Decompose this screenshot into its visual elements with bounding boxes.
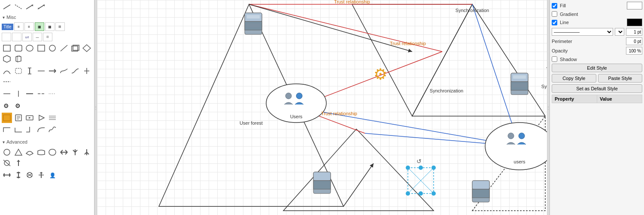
shape-hline[interactable] [24,89,35,99]
shape-vline[interactable] [13,89,24,99]
adv-shape-8[interactable] [82,147,92,157]
line-style-select[interactable]: —————— - - - - - · · · · · [552,28,613,36]
shape-bracket[interactable] [13,66,24,76]
shape-circle[interactable] [47,43,58,53]
svg-point-114 [286,93,292,99]
shape-arrow3[interactable] [24,2,35,12]
shape-wave[interactable] [47,125,58,135]
list-cell-5[interactable]: ▦ [55,22,65,31]
shape-lines[interactable] [47,113,58,123]
extra-cell-5[interactable]: ⊞ [43,33,52,41]
paste-style-button[interactable]: Paste Style [598,74,643,83]
extra-cell-4[interactable]: — [33,33,42,41]
svg-marker-15 [83,45,91,52]
shape-more[interactable] [47,66,58,76]
shape-dash[interactable] [36,66,46,76]
list-cell-4[interactable]: ▦ [45,22,55,31]
shape-t[interactable] [82,66,92,76]
adv-shape-6[interactable] [59,147,69,157]
adv-shape-10[interactable] [13,158,24,168]
shape-rrect[interactable] [13,43,24,53]
shape-diamond[interactable] [82,43,92,53]
misc-section-header[interactable]: Misc [0,13,94,22]
svg-point-127 [431,166,436,170]
copy-style-button[interactable]: Copy Style [552,74,596,83]
svg-point-125 [406,166,410,170]
gradient-checkbox[interactable] [552,11,557,17]
fill-checkbox[interactable] [552,3,557,9]
shape-corner2[interactable] [13,125,24,135]
adv2-shape-2[interactable] [13,170,24,180]
svg-rect-21 [15,68,21,74]
perimeter-row: Perimeter [552,37,642,45]
line-label: Line [560,20,586,25]
shape-square[interactable] [2,43,12,53]
shape-arc[interactable] [2,66,12,76]
shape-rect3[interactable] [70,43,80,53]
shape-hdash[interactable] [2,77,12,87]
line-checkbox[interactable] [552,20,557,25]
list-cell-3[interactable]: ▦ [35,22,44,31]
adv-shape-1[interactable] [2,147,12,157]
shape-arrow2[interactable] [13,2,24,12]
shape-rect2[interactable] [36,43,46,53]
adv-shape-4[interactable] [36,147,46,157]
edit-style-button[interactable]: Edit Style [552,64,642,72]
shape-dash3[interactable] [47,89,58,99]
shape-z[interactable] [70,66,80,76]
shape-line2[interactable] [59,43,69,53]
advanced-section-header[interactable]: Advanced [0,138,94,146]
line-shapes [0,65,94,88]
line-color-swatch[interactable] [627,18,642,26]
shape-img[interactable] [2,113,12,123]
shape-media[interactable] [24,113,35,123]
canvas[interactable]: Users ⚙ users [97,0,547,215]
set-default-button[interactable]: Set as Default Style [552,84,642,93]
line-arrow-select[interactable]: ▾ [615,28,624,36]
adv2-shape-3[interactable] [24,170,35,180]
shape-pipe[interactable] [24,66,35,76]
shape-corner1[interactable] [2,125,12,135]
shape-3d[interactable] [13,54,24,64]
extra-cell-3[interactable]: url [22,33,32,41]
adv-shape-9[interactable] [2,158,12,168]
line-width-input[interactable] [626,28,642,36]
adv-shape-3[interactable] [24,147,35,157]
shape-arrow1[interactable] [2,2,12,12]
shape-play[interactable] [36,113,46,123]
shadow-checkbox[interactable] [552,56,557,62]
shape-dash2[interactable] [36,89,46,99]
shape-gear2[interactable]: ⚙ [13,101,24,111]
line-row: Line [552,18,642,26]
shape-s[interactable] [59,66,69,76]
svg-rect-105 [513,75,526,79]
list-cell-1[interactable]: ≡ [14,22,24,31]
svg-text:⚙: ⚙ [15,102,21,109]
shape-bend[interactable] [36,125,46,135]
svg-line-12 [61,45,67,51]
opacity-input[interactable] [626,47,642,55]
adv2-shape-5[interactable]: 👤 [47,170,58,180]
extra-cell-2[interactable] [12,33,21,41]
fill-color-swatch[interactable] [627,2,642,9]
adv-shape-2[interactable] [13,147,24,157]
adv2-shape-4[interactable] [36,170,46,180]
extra-cell-1[interactable] [2,33,11,41]
shape-hdash2[interactable] [2,89,12,99]
adv-shape-5[interactable] [47,147,58,157]
shape-hexagon[interactable] [2,54,12,64]
title-cell[interactable]: Title [2,24,13,30]
svg-marker-84 [283,129,434,211]
adv2-shape-1[interactable] [2,170,12,180]
perimeter-input[interactable] [626,37,642,45]
svg-point-9 [26,45,33,51]
shape-arrow4[interactable] [36,2,46,12]
shape-doc[interactable] [13,113,24,123]
shape-blank[interactable] [13,77,24,87]
list-cell-2[interactable]: ≡ [24,22,34,31]
gear-shapes: ⚙ ⚙ [0,100,94,112]
shape-gear1[interactable]: ⚙ [2,101,12,111]
shape-ellipse[interactable] [24,43,35,53]
adv-shape-7[interactable] [70,147,80,157]
shape-corner3[interactable] [24,125,35,135]
